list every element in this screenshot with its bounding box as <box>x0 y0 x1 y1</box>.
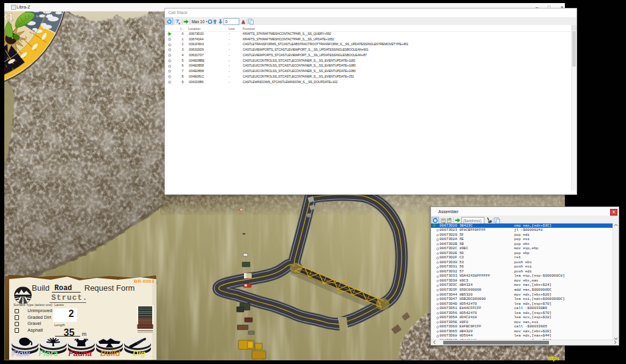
svg-text:X1: X1 <box>4 12 13 23</box>
svg-text:I: I <box>12 67 13 71</box>
svg-text:0: 0 <box>226 20 228 24</box>
svg-text:Max 10: Max 10 <box>192 20 205 24</box>
svg-text:30: 30 <box>36 15 39 18</box>
svg-text:100: 100 <box>47 13 53 17</box>
